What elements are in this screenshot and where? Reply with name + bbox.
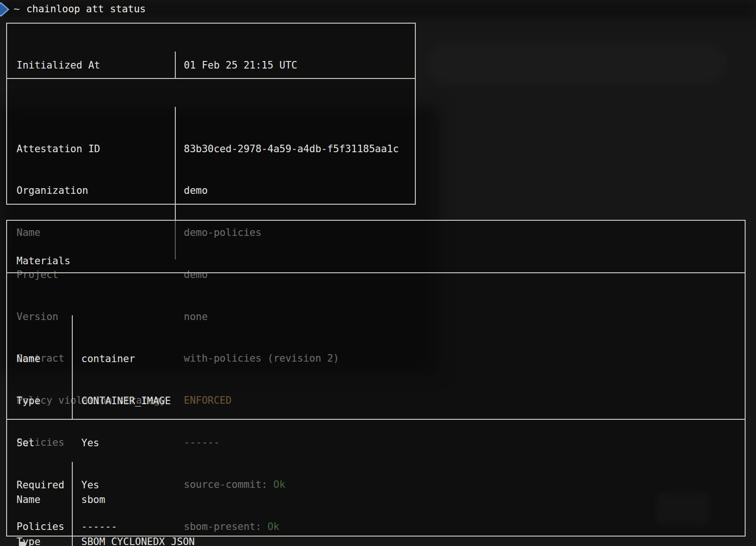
field-label: Name: [17, 352, 72, 366]
material-name-value: sbom: [81, 493, 745, 507]
terminal-screen[interactable]: ~ chainloop att status Initialized At 01…: [0, 0, 756, 546]
initialized-at-value: 01 Feb 25 21:15 UTC: [175, 52, 415, 78]
material-field-labels: Name Type Set Required Policies: [7, 462, 72, 546]
organization-value: demo: [184, 184, 415, 198]
field-label: Set: [17, 436, 72, 451]
field-label: Type: [17, 394, 72, 408]
material-type-value: CONTAINER_IMAGE: [81, 394, 745, 408]
attestation-status-table: Initialized At 01 Feb 25 21:15 UTC Attes…: [6, 23, 416, 205]
material-set-value: Yes: [81, 436, 745, 451]
initialized-at-label: Initialized At: [7, 52, 175, 78]
materials-title: Materials: [7, 249, 745, 273]
material-name-value: container: [81, 352, 745, 366]
material-field-values: container CONTAINER_IMAGE Yes Yes ------…: [72, 315, 745, 419]
field-label: Name: [17, 493, 72, 507]
material-type-value: SBOM_CYCLONEDX_JSON: [81, 535, 745, 546]
command-text: chainloop att status: [26, 2, 146, 17]
field-label: Organization: [17, 184, 175, 198]
attestation-header-row: Initialized At 01 Feb 25 21:15 UTC: [7, 52, 415, 79]
shell-prompt: ~ chainloop att status: [0, 2, 146, 17]
backdrop-light-blob: [425, 43, 728, 85]
materials-table: Materials Name Type Set Required Policie…: [6, 220, 746, 537]
terminal-cursor: [19, 542, 25, 546]
material-row-sbom: Name Type Set Required Policies sbom SBO…: [7, 462, 745, 546]
material-field-labels: Name Type Set Required Policies: [7, 315, 72, 419]
material-field-values: sbom SBOM_CYCLONEDX_JSON Yes Yes ------ …: [72, 462, 745, 546]
prompt-arrow-icon: [0, 2, 10, 17]
attestation-id-value: 83b30ced-2978-4a59-a4db-f5f31185aa1c: [184, 142, 415, 156]
field-label: Attestation ID: [17, 142, 175, 156]
prompt-path: ~: [14, 2, 20, 17]
material-row-container: Name Type Set Required Policies containe…: [7, 315, 745, 420]
